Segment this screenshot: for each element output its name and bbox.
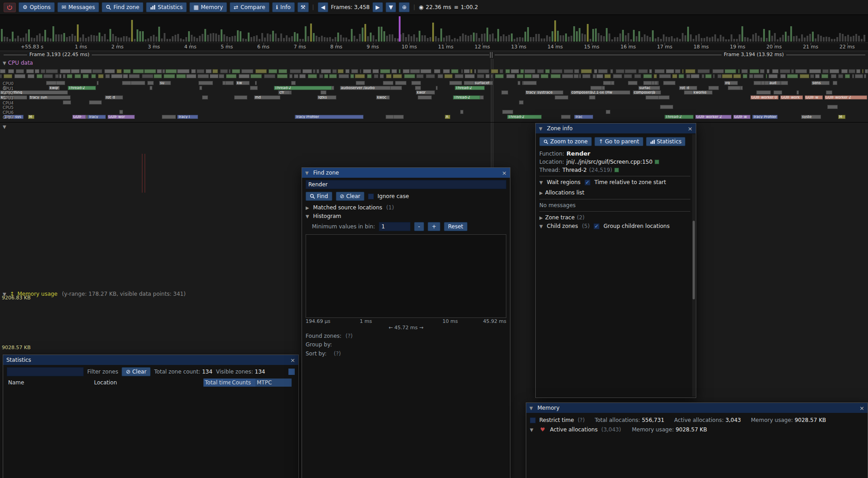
frame-bar[interactable] xyxy=(516,38,518,42)
cpu-segment[interactable] xyxy=(393,115,404,119)
frame-bar[interactable] xyxy=(457,39,458,42)
cpu-usage-segment[interactable] xyxy=(524,69,535,73)
cpu-usage-segment[interactable] xyxy=(672,74,677,78)
frame-bar[interactable] xyxy=(335,37,336,42)
cpu-segment[interactable]: kworke xyxy=(693,90,712,95)
frame-bar[interactable] xyxy=(223,34,225,42)
cpu-segment[interactable] xyxy=(708,86,719,90)
cpu-segment[interactable] xyxy=(502,110,513,114)
frame-bar[interactable] xyxy=(9,39,11,42)
frame-bar[interactable] xyxy=(443,38,445,42)
statistics-options-icon[interactable] xyxy=(288,369,295,375)
clear-filter-button[interactable]: ⊘Clear xyxy=(122,367,150,376)
cpu-segment[interactable] xyxy=(122,81,131,85)
cpu-usage-segment[interactable] xyxy=(55,74,58,78)
frame-bar[interactable] xyxy=(66,37,68,42)
frame-bar[interactable] xyxy=(448,35,450,42)
prev-frame-button[interactable]: ◀ xyxy=(318,2,328,12)
cpu-usage-segment[interactable] xyxy=(579,74,580,78)
cpu-segment[interactable] xyxy=(147,81,154,85)
cpu-segment[interactable]: GUIF xyxy=(72,115,86,119)
cpu-usage-segment[interactable] xyxy=(80,69,92,73)
find-zone-histogram[interactable] xyxy=(306,234,506,318)
close-icon[interactable]: × xyxy=(688,125,693,132)
cpu-usage-segment[interactable] xyxy=(791,69,794,73)
power-button[interactable] xyxy=(4,3,16,12)
frame-bar[interactable] xyxy=(790,26,792,42)
frame-bar[interactable] xyxy=(630,39,632,42)
frame-bar[interactable] xyxy=(253,36,255,42)
cpu-segment[interactable] xyxy=(657,95,670,99)
frame-bar[interactable] xyxy=(359,34,361,42)
frame-bar[interactable] xyxy=(788,36,789,42)
cpu-usage-segment[interactable] xyxy=(332,69,337,73)
cpu-segment[interactable]: Thread-2 xyxy=(68,86,96,90)
cpu-usage-segment[interactable] xyxy=(321,69,331,73)
cpu-segment[interactable]: cfr xyxy=(278,90,290,95)
frame-bar[interactable] xyxy=(693,39,694,42)
frame-bar[interactable] xyxy=(101,36,103,42)
frame-bar[interactable] xyxy=(665,37,667,42)
cpu-segment[interactable] xyxy=(728,86,741,90)
frame-bar[interactable] xyxy=(565,33,567,42)
frame-bar[interactable] xyxy=(250,37,252,42)
cpu-segment[interactable]: GUIF w xyxy=(733,115,750,119)
frame-bar[interactable] xyxy=(590,39,591,42)
cpu-segment[interactable] xyxy=(198,81,213,85)
zone-trace-row[interactable]: ▶Zone trace(2) xyxy=(539,213,690,222)
frame-bar[interactable] xyxy=(337,33,339,42)
cpu-usage-segment[interactable] xyxy=(455,74,463,78)
cpu-segment[interactable]: M xyxy=(28,115,34,119)
frame-bar[interactable] xyxy=(421,35,423,42)
frame-bar[interactable] xyxy=(302,39,304,42)
frame-bar[interactable] xyxy=(74,36,76,42)
frame-bar[interactable] xyxy=(226,36,228,42)
cpu-usage-segment[interactable] xyxy=(821,74,829,78)
cpu-segment[interactable]: Trac xyxy=(574,115,593,119)
cpu-usage-segment[interactable] xyxy=(91,74,96,78)
cpu-usage-segment[interactable] xyxy=(598,69,608,73)
cpu-usage-segment[interactable] xyxy=(329,74,337,78)
frame-bar[interactable] xyxy=(714,34,716,42)
cpu-usage-segment[interactable] xyxy=(117,69,122,73)
cpu-usage-segment[interactable] xyxy=(186,74,196,78)
frame-bar[interactable] xyxy=(58,34,60,42)
frame-bar[interactable] xyxy=(93,35,95,42)
frame-bar[interactable] xyxy=(47,38,49,42)
cpu-usage-segment[interactable] xyxy=(725,69,736,73)
cpu-usage-segment[interactable] xyxy=(624,74,632,78)
frame-bar[interactable] xyxy=(218,35,220,42)
cpu-usage-segment[interactable] xyxy=(686,74,690,78)
cpu-segment[interactable]: GUIF work xyxy=(780,95,803,99)
frame-bar[interactable] xyxy=(193,37,195,42)
cpu-segment[interactable] xyxy=(395,81,406,85)
frame-bar[interactable] xyxy=(31,38,33,42)
cpu-usage-segment[interactable] xyxy=(206,69,212,73)
cpu-usage-segment[interactable] xyxy=(264,74,275,78)
frame-bar[interactable] xyxy=(259,39,260,42)
zone-info-window-titlebar[interactable]: ▼ Zone info × xyxy=(536,123,696,133)
frame-bar[interactable] xyxy=(554,20,556,42)
frame-bar[interactable] xyxy=(52,26,54,42)
frame-bar[interactable] xyxy=(183,39,184,42)
cpu-segment[interactable]: kwor xyxy=(416,90,435,95)
frame-bar[interactable] xyxy=(362,28,363,42)
cpu-usage-segment[interactable] xyxy=(162,69,165,73)
cpu-segment[interactable]: irq xyxy=(724,81,738,85)
frame-bar[interactable] xyxy=(14,38,16,42)
frame-bar[interactable] xyxy=(744,37,746,42)
cpu-usage-segment[interactable] xyxy=(393,74,402,78)
frame-bar[interactable] xyxy=(85,38,87,42)
frame-bar[interactable] xyxy=(633,30,635,42)
frame-bar[interactable] xyxy=(191,35,193,42)
cpu-usage-segment[interactable] xyxy=(75,74,81,78)
frame-bar[interactable] xyxy=(348,39,350,42)
cpu-usage-segment[interactable] xyxy=(212,69,217,73)
frame-bar[interactable] xyxy=(668,37,670,42)
cpu-usage-segment[interactable] xyxy=(593,74,596,78)
cpu-usage-segment[interactable] xyxy=(14,74,25,78)
memory-button[interactable]: ▦Memory xyxy=(189,2,227,12)
frame-bar[interactable] xyxy=(543,38,545,42)
frame-bar[interactable] xyxy=(522,38,524,42)
cpu-usage-segment[interactable] xyxy=(92,69,102,73)
